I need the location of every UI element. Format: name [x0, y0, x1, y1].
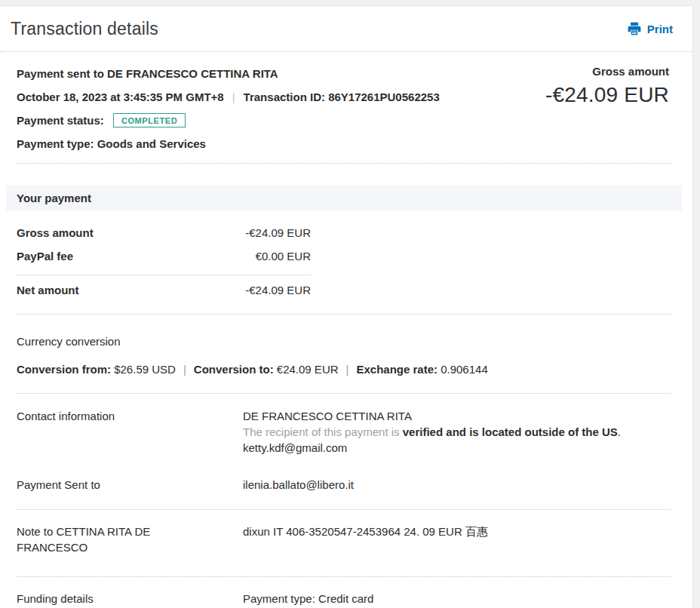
- row-label: Gross amount: [17, 226, 94, 240]
- gross-amount-value: -€24.09 EUR: [545, 83, 669, 107]
- printer-icon: [627, 21, 642, 36]
- divider: [17, 393, 671, 394]
- payment-sent-to-row: Payment Sent to ilenia.ballato@libero.it: [0, 477, 692, 493]
- conversion-from-value: $26.59 USD: [114, 363, 176, 376]
- row-label: Net amount: [17, 283, 79, 297]
- payment-sent-to-value: ilenia.ballato@libero.it: [243, 477, 671, 493]
- recipient-name: DE FRANCESCO CETTINA RITA: [243, 408, 671, 424]
- contact-information-label: Contact information: [17, 408, 243, 456]
- funding-payment-type: Payment type: Credit card: [243, 591, 671, 606]
- transaction-details-card: Transaction details Print Payment sent t…: [0, 5, 693, 608]
- contact-information-row: Contact information DE FRANCESCO CETTINA…: [0, 408, 692, 456]
- status-badge: COMPLETED: [113, 113, 186, 127]
- your-payment-table: Gross amount -€24.09 EUR PayPal fee €0.0…: [17, 226, 311, 263]
- transaction-date: October 18, 2023 at 3:45:35 PM GMT+8: [17, 91, 224, 103]
- divider: [17, 163, 671, 164]
- page-title: Transaction details: [11, 19, 158, 39]
- page-header: Transaction details Print: [0, 6, 692, 52]
- net-amount-row-wrap: Net amount -€24.09 EUR: [17, 283, 311, 297]
- divider: [17, 314, 671, 315]
- divider: [17, 509, 671, 510]
- row-value: €0.00 EUR: [256, 249, 311, 263]
- print-label: Print: [647, 23, 673, 35]
- funding-details-row: Funding details Payment type: Credit car…: [0, 591, 692, 608]
- verification-prefix: The recipient of this payment is: [243, 425, 403, 438]
- payment-status-label: Payment status:: [17, 113, 104, 127]
- exchange-rate-value: 0.906144: [441, 363, 488, 376]
- recipient-verification-line: The recipient of this payment is verifie…: [243, 424, 671, 440]
- divider: [17, 275, 311, 275]
- conversion-from-label: Conversion from:: [17, 363, 111, 376]
- separator-bar: |: [346, 363, 349, 376]
- currency-conversion-title: Currency conversion: [17, 335, 692, 348]
- funding-details-label: Funding details: [17, 591, 243, 608]
- print-button[interactable]: Print: [627, 21, 673, 36]
- conversion-to-value: €24.09 EUR: [277, 363, 339, 376]
- note-row: Note to CETTINA RITA DE FRANCESCO dixun …: [0, 524, 692, 555]
- conversion-to-label: Conversion to:: [194, 363, 274, 376]
- exchange-rate-label: Exchange rate:: [356, 363, 438, 376]
- gross-amount-label: Gross amount: [545, 65, 669, 78]
- gross-amount-box: Gross amount -€24.09 EUR: [545, 65, 669, 107]
- funding-details-value: Payment type: Credit card Payment method…: [243, 591, 671, 608]
- currency-conversion-line: Conversion from: $26.59 USD|Conversion t…: [17, 362, 692, 376]
- payment-type-line: Payment type: Goods and Services: [17, 137, 671, 151]
- summary-section: Payment sent to DE FRANCESCO CETTINA RIT…: [0, 52, 692, 151]
- table-row: Net amount -€24.09 EUR: [17, 283, 311, 297]
- payment-sent-to-label: Payment Sent to: [17, 477, 243, 493]
- divider: [17, 576, 671, 577]
- table-row: Gross amount -€24.09 EUR: [17, 226, 311, 240]
- recipient-email: ketty.kdf@gmail.com: [243, 440, 671, 456]
- your-payment-section-header: Your payment: [6, 186, 682, 210]
- table-row: PayPal fee €0.00 EUR: [17, 249, 311, 263]
- note-value: dixun IT 406-3520547-2453964 24. 09 EUR …: [243, 524, 671, 555]
- note-label: Note to CETTINA RITA DE FRANCESCO: [17, 524, 243, 555]
- separator-bar: |: [183, 363, 186, 376]
- verification-statement: verified and is located outside of the U…: [403, 425, 618, 438]
- transaction-id: Transaction ID: 86Y17261PU0562253: [244, 91, 440, 103]
- contact-information-value: DE FRANCESCO CETTINA RITA The recipient …: [243, 408, 671, 456]
- row-label: PayPal fee: [17, 249, 73, 263]
- row-value: -€24.09 EUR: [245, 226, 311, 240]
- payment-status-row: Payment status: COMPLETED: [17, 113, 671, 127]
- verification-suffix: .: [618, 425, 621, 438]
- row-value: -€24.09 EUR: [245, 283, 311, 297]
- separator-bar: |: [232, 91, 235, 103]
